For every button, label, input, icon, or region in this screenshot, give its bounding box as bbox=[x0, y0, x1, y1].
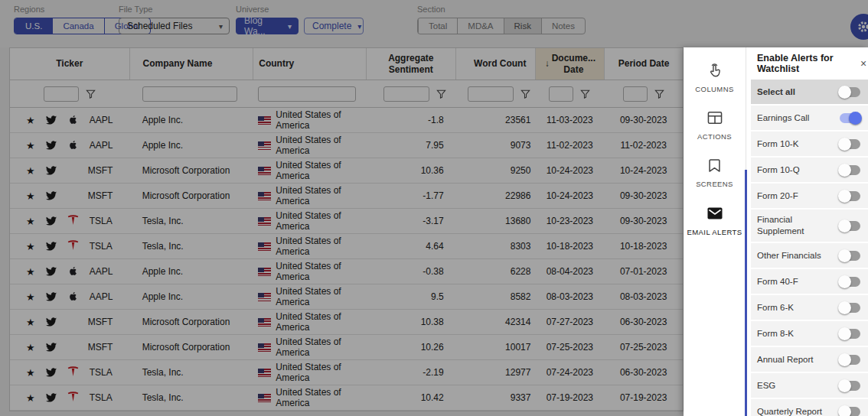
rail-nav-item[interactable]: COLUMNS bbox=[684, 55, 746, 102]
alert-toggle-switch[interactable] bbox=[840, 407, 860, 416]
alert-label: Form 20-F bbox=[757, 190, 798, 202]
rail-nav-label: SCREENS bbox=[687, 178, 742, 190]
alert-toggle-row[interactable]: Select all bbox=[751, 80, 868, 104]
layout-table-icon bbox=[707, 111, 723, 125]
rail-nav-item[interactable]: SCREENS bbox=[684, 150, 746, 197]
rail-nav-label: ACTIONS bbox=[687, 131, 742, 142]
alert-toggle-switch[interactable] bbox=[840, 303, 860, 313]
email-icon bbox=[707, 207, 723, 219]
alert-label: Annual Report bbox=[757, 354, 814, 366]
alert-toggle-row[interactable]: Other Financials bbox=[751, 243, 868, 268]
alert-label: Form 10-K bbox=[757, 138, 798, 150]
alerts-panel-title: Enable Alerts for Watchlist bbox=[757, 53, 868, 74]
alerts-list: Select all Earnings Call Form 10-K bbox=[751, 80, 868, 416]
rail-nav-item[interactable]: EMAIL ALERTS bbox=[684, 198, 746, 245]
alert-label: ESG bbox=[757, 380, 775, 392]
alert-label: Form 10-Q bbox=[757, 164, 800, 176]
alert-toggle-switch[interactable] bbox=[840, 277, 860, 287]
alerts-panel: Enable Alerts for Watchlist × Select all… bbox=[746, 47, 868, 416]
tap-hand-icon bbox=[706, 63, 723, 79]
side-rail: COLUMNS ACTIONS bbox=[684, 47, 746, 416]
alert-label: Form 6-K bbox=[757, 302, 794, 314]
alert-toggle-switch[interactable] bbox=[840, 113, 860, 123]
alert-toggle-row[interactable]: Form 6-K bbox=[751, 295, 868, 320]
alert-toggle-switch[interactable] bbox=[840, 165, 860, 175]
alert-toggle-row[interactable]: ESG bbox=[751, 373, 868, 398]
alert-label: Earnings Call bbox=[757, 112, 809, 124]
alert-toggle-row[interactable]: Form 8-K bbox=[751, 321, 868, 346]
email-alerts-drawer: COLUMNS ACTIONS bbox=[684, 47, 868, 416]
alert-toggle-row[interactable]: Quarterly Report bbox=[751, 399, 868, 416]
alert-label: Financial Supplement bbox=[757, 214, 834, 237]
alert-toggle-row[interactable]: Annual Report bbox=[751, 347, 868, 372]
alert-toggle-row[interactable]: Financial Supplement bbox=[751, 210, 868, 242]
alert-label: Form 40-F bbox=[757, 276, 798, 288]
rail-nav-item[interactable]: ACTIONS bbox=[684, 102, 746, 150]
alert-toggle-switch[interactable] bbox=[840, 355, 860, 365]
alert-toggle-switch[interactable] bbox=[840, 251, 860, 261]
alert-label: Quarterly Report bbox=[757, 406, 822, 416]
alert-toggle-switch[interactable] bbox=[840, 87, 860, 97]
app-root: Regions U.S. Canada Global File Type Sch… bbox=[0, 0, 868, 416]
alert-toggle-row[interactable]: Form 20-F bbox=[751, 184, 868, 208]
alert-label: Form 8-K bbox=[757, 328, 794, 340]
rail-nav-label: COLUMNS bbox=[687, 83, 742, 95]
rail-nav-label: EMAIL ALERTS bbox=[687, 226, 742, 238]
close-icon[interactable]: × bbox=[860, 57, 868, 70]
bookmark-screens-icon bbox=[708, 158, 721, 173]
alert-toggle-switch[interactable] bbox=[840, 191, 860, 201]
alert-label: Other Financials bbox=[757, 250, 821, 262]
alert-toggle-switch[interactable] bbox=[840, 221, 860, 231]
alert-toggle-row[interactable]: Form 10-K bbox=[751, 132, 868, 156]
alert-toggle-switch[interactable] bbox=[840, 381, 860, 391]
alert-label: Select all bbox=[757, 86, 795, 98]
alert-toggle-switch[interactable] bbox=[840, 329, 860, 339]
alert-toggle-row[interactable]: Earnings Call bbox=[751, 106, 868, 130]
alert-toggle-switch[interactable] bbox=[840, 139, 860, 149]
alert-toggle-row[interactable]: Form 40-F bbox=[751, 269, 868, 294]
alert-toggle-row[interactable]: Form 10-Q bbox=[751, 158, 868, 182]
